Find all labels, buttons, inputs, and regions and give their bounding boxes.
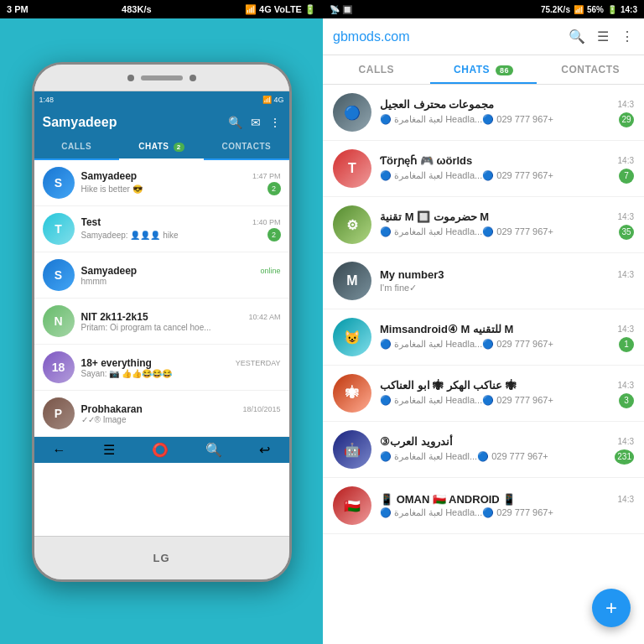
tab-calls[interactable]: CALLS — [34, 135, 119, 158]
chat-preview-4: Pritam: Oi program ta cancel hoe... — [81, 323, 211, 332]
whatsapp-header-icons: 🔍 ✉ ⋮ — [228, 116, 281, 129]
tab-contacts[interactable]: CONTACTS — [204, 135, 288, 158]
right-chat-time-2: 14:3 — [618, 156, 634, 165]
right-chat-item-8[interactable]: 🇴🇲 📱 OMAN 🇴🇲 ANDROID 📱 14:3 +967 777 029… — [323, 478, 644, 534]
right-chat-list: 🔵 مجموعات محترف العجيل 14:3 +967 777 029… — [323, 85, 644, 644]
right-chat-content-5: M للتقنيه Mimsandroid④ M 14:3 +967 777 0… — [380, 323, 634, 352]
right-preview-8: +967 777 029 🔵...Headla لعبة المغامرة 🔵 — [380, 507, 553, 518]
right-chat-item-1[interactable]: 🔵 مجموعات محترف العجيل 14:3 +967 777 029… — [323, 85, 644, 141]
right-chat-name-4: My number3 — [380, 268, 444, 281]
right-preview-7: +967 777 029 🔵...Headl لعبة المغامرة 🔵 — [380, 451, 548, 462]
chat-item-6[interactable]: P Probhakaran 18/10/2015 ✓✓® Image — [34, 391, 289, 437]
chat-name-6: Probhakaran — [81, 403, 143, 415]
right-avatar-8: 🇴🇲 — [333, 486, 371, 525]
right-menu-icon[interactable]: ☰ — [597, 29, 609, 44]
phone-status-bar: 1:48 📶 4G — [34, 91, 289, 108]
right-chats-badge: 86 — [496, 65, 513, 75]
whatsapp-title: Samyadeep — [43, 115, 117, 130]
speed-right: 75.2K/s — [541, 5, 570, 14]
right-avatar-2: T — [333, 149, 371, 188]
right-avatar-4: M — [333, 262, 371, 300]
right-unread-1: 29 — [619, 112, 634, 127]
phone-screen: 1:48 📶 4G Samyadeep 🔍 ✉ ⋮ CALLS CHATS — [34, 91, 289, 536]
app-top-icons: 🔍 ☰ ⋮ — [569, 29, 634, 44]
right-unread-6: 3 — [619, 393, 634, 408]
right-chat-name-7: أندرويد العرب③ — [380, 435, 453, 448]
phone-frame: 1:48 📶 4G Samyadeep 🔍 ✉ ⋮ CALLS CHATS — [32, 62, 292, 582]
phone-nav-bar: ← ☰ ⭕ 🔍 ↩ — [34, 437, 289, 463]
nav-home-icon[interactable]: ⭕ — [152, 442, 169, 458]
chat-item-3[interactable]: S Samyadeep online hmmm — [34, 252, 289, 299]
chat-name-1: Samyadeep — [81, 170, 138, 182]
chat-unread-1: 2 — [267, 182, 281, 195]
right-tab-contacts[interactable]: CONTACTS — [537, 55, 644, 84]
avatar-nit: N — [43, 305, 75, 337]
chat-item-4[interactable]: N NIT 2k11-2k15 10:42 AM Pritam: Oi prog… — [34, 299, 289, 345]
avatar-samyadeep-1: S — [43, 167, 75, 199]
right-chat-time-8: 14:3 — [618, 495, 634, 504]
right-tab-chats[interactable]: CHATS 86 — [430, 55, 538, 84]
right-preview-2: +967 777 029 🔵...Headla لعبة المغامرة 🔵 — [380, 170, 553, 181]
right-preview-6: +967 777 029 🔵...Headla لعبة المغامرة 🔵 — [380, 395, 553, 406]
nav-forward-icon[interactable]: ↩ — [259, 442, 270, 458]
app-top-bar: gbmods.com 🔍 ☰ ⋮ — [323, 18, 644, 55]
chat-time-2: 1:40 PM — [252, 218, 281, 226]
chat-item-1[interactable]: S Samyadeep 1:47 PM Hike is better 😎 2 — [34, 160, 289, 206]
right-chat-item-5[interactable]: 😺 M للتقنيه Mimsandroid④ M 14:3 +967 777… — [323, 309, 644, 366]
right-search-icon[interactable]: 🔍 — [569, 29, 585, 44]
chat-item-2[interactable]: T Test 1:40 PM Samyadeep: 👤👤👤 hike 2 — [34, 206, 289, 252]
chat-content-6: Probhakaran 18/10/2015 ✓✓® Image — [81, 403, 281, 424]
right-panel: 📡 🔲 75.2K/s 📶 56% 🔋 14:3 gbmods.com 🔍 ☰ … — [323, 0, 644, 644]
chat-time-5: YESTERDAY — [236, 359, 281, 367]
chat-name-2: Test — [81, 216, 101, 228]
fab-compose-button[interactable]: + — [592, 589, 631, 627]
avatar-samyadeep-2: S — [43, 259, 75, 291]
right-chat-time-6: 14:3 — [618, 381, 634, 390]
right-tab-calls[interactable]: CALLS — [323, 55, 430, 84]
chat-time-1: 1:47 PM — [252, 172, 281, 180]
search-icon[interactable]: 🔍 — [228, 116, 242, 129]
chat-preview-5: Sayan: 📷 👍👍😂😂😂 — [81, 369, 173, 378]
chat-time-6: 18/10/2015 — [242, 405, 280, 413]
phone-camera2 — [190, 75, 196, 81]
chat-preview-3: hmmm — [81, 277, 107, 286]
chat-name-3: Samyadeep — [81, 265, 138, 277]
message-icon[interactable]: ✉ — [251, 116, 261, 129]
right-chat-item-4[interactable]: M My number3 14:3 ✓I'm fine — [323, 253, 644, 309]
chat-time-4: 10:42 AM — [248, 313, 280, 321]
right-unread-5: 1 — [619, 337, 634, 352]
chat-name-4: NIT 2k11-2k15 — [81, 311, 148, 323]
status-info-right: 75.2K/s 📶 56% 🔋 14:3 — [541, 5, 637, 14]
chat-item-5[interactable]: 18 18+ everything YESTERDAY Sayan: 📷 👍👍😂… — [34, 345, 289, 391]
app-domain: gbmods.com — [333, 29, 410, 44]
right-chat-item-2[interactable]: T Ƭörɲęɦ 🎮 ωörlds 14:3 +967 777 029 🔵...… — [323, 141, 644, 197]
speed-left: 483K/s — [122, 4, 151, 14]
right-container: 🔵 مجموعات محترف العجيل 14:3 +967 777 029… — [323, 85, 644, 644]
phone-top-bar — [34, 65, 289, 91]
network-left: 📶 4G VoLTE 🔋 — [245, 4, 316, 15]
right-chat-item-6[interactable]: 🕷 🕷 عناكب الهكر 🕷 ابو العناكب 14:3 +967 … — [323, 366, 644, 422]
nav-search-icon[interactable]: 🔍 — [205, 442, 222, 458]
right-chat-content-3: M حضرموت 🔲 M تقنية 14:3 +967 777 029 🔵..… — [380, 210, 634, 240]
avatar-18plus: 18 — [43, 351, 75, 383]
right-more-icon[interactable]: ⋮ — [621, 29, 634, 44]
right-chat-time-7: 14:3 — [618, 437, 634, 446]
right-chat-item-3[interactable]: ⚙ M حضرموت 🔲 M تقنية 14:3 +967 777 029 🔵… — [323, 197, 644, 253]
chat-content-2: Test 1:40 PM Samyadeep: 👤👤👤 hike 2 — [81, 216, 281, 242]
right-chat-name-1: مجموعات محترف العجيل — [380, 98, 494, 111]
right-unread-3: 35 — [619, 225, 634, 240]
chats-badge: 2 — [174, 143, 184, 152]
chat-time-3: online — [260, 267, 280, 275]
right-avatar-5: 😺 — [333, 318, 371, 356]
right-chat-name-6: 🕷 عناكب الهكر 🕷 ابو العناكب — [380, 379, 517, 392]
right-chat-content-8: 📱 OMAN 🇴🇲 ANDROID 📱 14:3 +967 777 029 🔵.… — [380, 493, 634, 518]
chat-content-5: 18+ everything YESTERDAY Sayan: 📷 👍👍😂😂😂 — [81, 357, 281, 378]
right-chat-item-7[interactable]: 🤖 أندرويد العرب③ 14:3 +967 777 029 🔵...H… — [323, 422, 644, 478]
tab-chats[interactable]: CHATS 2 — [119, 135, 204, 158]
avatar-test: T — [43, 213, 75, 245]
nav-menu-icon[interactable]: ☰ — [103, 442, 115, 458]
right-chat-time-3: 14:3 — [618, 212, 634, 221]
right-preview-4: ✓I'm fine — [380, 283, 417, 293]
menu-icon[interactable]: ⋮ — [269, 116, 281, 129]
nav-back-icon[interactable]: ← — [53, 443, 66, 458]
